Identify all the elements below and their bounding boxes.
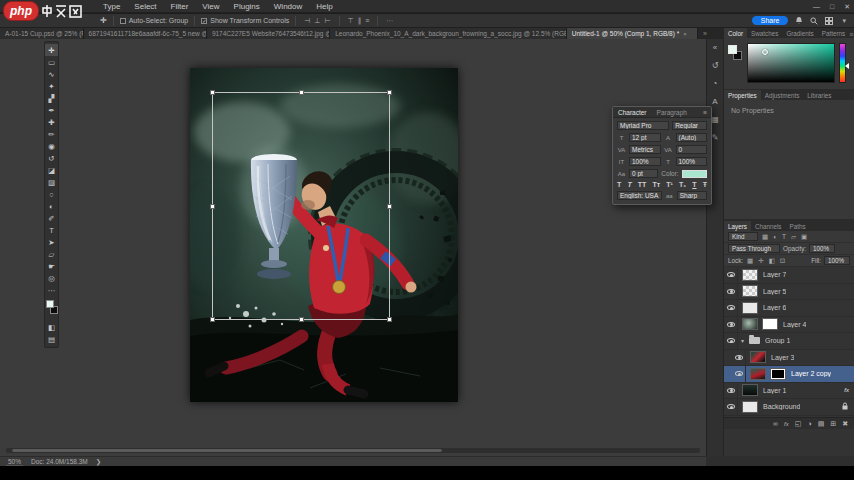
font-size-input[interactable]: 12 pt: [629, 133, 661, 142]
tab-paths[interactable]: Paths: [786, 221, 810, 231]
transform-handle[interactable]: [387, 204, 392, 209]
layer-thumbnail[interactable]: [742, 384, 758, 396]
tracking-input[interactable]: 0: [676, 145, 708, 154]
minimize-icon[interactable]: —: [813, 3, 820, 10]
color-picker-ring[interactable]: [762, 49, 768, 55]
gradient-tool[interactable]: ▨: [45, 176, 58, 188]
lasso-tool[interactable]: ∿: [45, 68, 58, 80]
font-style-select[interactable]: Regular: [672, 121, 707, 130]
visibility-eye-icon[interactable]: [724, 267, 738, 283]
adjustment-layer-icon[interactable]: ◑: [807, 420, 811, 427]
history-brush-tool[interactable]: ↺: [45, 152, 58, 164]
auto-select-checkbox[interactable]: [120, 18, 126, 24]
show-transform-checkbox[interactable]: ✓: [201, 18, 207, 24]
tab-swatches[interactable]: Swatches: [747, 28, 782, 38]
eraser-tool[interactable]: ◪: [45, 164, 58, 176]
hue-slider-marker[interactable]: [845, 63, 849, 69]
panel-menu-icon[interactable]: ≡: [849, 31, 854, 38]
filter-smart-object-icon[interactable]: ▣: [801, 233, 807, 241]
crop-tool[interactable]: ▞: [45, 92, 58, 104]
visibility-eye-icon[interactable]: [724, 333, 738, 349]
transform-handle[interactable]: [210, 90, 215, 95]
quick-selection-tool[interactable]: ✦: [45, 80, 58, 92]
tab-paragraph[interactable]: Paragraph: [652, 109, 692, 116]
maximize-icon[interactable]: □: [830, 3, 834, 10]
saturation-brightness-field[interactable]: [747, 43, 835, 83]
healing-brush-tool[interactable]: ✚: [45, 116, 58, 128]
notes-panel-icon[interactable]: ✎: [712, 133, 719, 142]
tab-libraries[interactable]: Libraries: [803, 90, 835, 100]
layer-row[interactable]: Layer 1 fx: [724, 383, 854, 400]
shape-tool[interactable]: ▱: [45, 248, 58, 260]
path-selection-tool[interactable]: ➤: [45, 236, 58, 248]
menu-select[interactable]: Select: [127, 2, 163, 11]
history-panel-icon[interactable]: ↺: [712, 61, 719, 70]
faux-bold-button[interactable]: T: [617, 181, 621, 188]
new-group-icon[interactable]: ▤: [818, 420, 825, 428]
swatches-panel-icon[interactable]: ◔: [713, 79, 718, 88]
horizontal-scale-input[interactable]: 100%: [676, 157, 708, 166]
superscript-button[interactable]: T¹: [666, 181, 673, 188]
visibility-eye-icon[interactable]: [724, 383, 738, 399]
subscript-button[interactable]: T₁: [679, 181, 686, 188]
visibility-eye-icon[interactable]: [724, 284, 738, 300]
patterns-panel-icon[interactable]: ▦: [711, 115, 719, 124]
underline-button[interactable]: T: [692, 181, 696, 188]
visibility-eye-icon[interactable]: [732, 366, 746, 382]
kerning-input[interactable]: Metrics: [629, 145, 661, 154]
tab-layers[interactable]: Layers: [724, 221, 751, 231]
more-options-icon[interactable]: ⋯: [386, 17, 393, 25]
align-left-icon[interactable]: ⊣: [304, 17, 310, 25]
vertical-scale-input[interactable]: 100%: [629, 157, 661, 166]
filter-pixel-icon[interactable]: ▦: [762, 233, 768, 241]
tab-channels[interactable]: Channels: [751, 221, 786, 231]
notifications-bell-icon[interactable]: [795, 16, 803, 25]
status-flyout-icon[interactable]: ❯: [96, 458, 101, 466]
all-caps-button[interactable]: TT: [638, 181, 647, 188]
transform-handle[interactable]: [299, 90, 304, 95]
document-tab[interactable]: 9174C227E5 Website76473546t12.jpg @ 8.33…: [207, 28, 330, 39]
horizontal-scrollbar[interactable]: [6, 448, 700, 453]
layer-row[interactable]: Layer 5: [724, 284, 854, 301]
document-tab-active[interactable]: Untitled-1 @ 50% (Comp 1, RGB/8) * ×: [567, 28, 698, 39]
align-center-icon[interactable]: ⊥: [314, 17, 320, 25]
transform-handle[interactable]: [387, 90, 392, 95]
workspace-grid-icon[interactable]: [825, 17, 833, 25]
antialias-select[interactable]: Sharp: [677, 191, 707, 200]
pen-tool[interactable]: ✐: [45, 212, 58, 224]
leading-input[interactable]: (Auto): [676, 133, 708, 142]
brush-tool[interactable]: ✏: [45, 128, 58, 140]
transform-handle[interactable]: [387, 317, 392, 322]
type-tool[interactable]: T: [45, 224, 58, 236]
blur-tool[interactable]: ○: [45, 188, 58, 200]
delete-layer-icon[interactable]: ✖: [842, 420, 848, 428]
close-icon[interactable]: ✕: [844, 3, 850, 11]
lock-pixels-icon[interactable]: ◧: [769, 257, 775, 265]
opacity-input[interactable]: 100%: [809, 244, 835, 253]
transform-handle[interactable]: [210, 317, 215, 322]
menu-filter[interactable]: Filter: [164, 2, 196, 11]
fill-input[interactable]: 100%: [824, 256, 850, 265]
font-family-select[interactable]: Myriad Pro: [617, 121, 669, 130]
marquee-tool[interactable]: ▭: [45, 56, 58, 68]
tab-close-icon[interactable]: ×: [683, 31, 687, 37]
layer-thumbnail[interactable]: [742, 318, 758, 330]
menu-plugins[interactable]: Plugins: [227, 2, 267, 11]
layer-filter-select[interactable]: Kind: [728, 232, 758, 241]
layer-thumbnail[interactable]: [750, 368, 766, 380]
auto-select-value[interactable]: Group: [169, 17, 188, 24]
glyphs-panel-icon[interactable]: A: [712, 97, 717, 106]
layer-mask-thumbnail[interactable]: [762, 318, 778, 330]
menu-window[interactable]: Window: [267, 2, 309, 11]
hue-slider[interactable]: [839, 43, 846, 83]
document-tab[interactable]: 6871941611718e6aaafdf-6c-75_5 new @ 16.7…: [84, 28, 207, 39]
color-swatches[interactable]: [45, 299, 58, 319]
new-layer-icon[interactable]: ⊞: [830, 420, 836, 428]
visibility-eye-icon[interactable]: [732, 350, 746, 366]
move-tool[interactable]: ✛: [45, 44, 58, 56]
layer-row[interactable]: Layer 6: [724, 300, 854, 317]
color-swatch-pair[interactable]: [728, 43, 743, 83]
strikethrough-button[interactable]: Ŧ: [703, 181, 707, 188]
quick-mask-icon[interactable]: ◧: [45, 321, 58, 333]
faux-italic-button[interactable]: T: [627, 181, 631, 188]
